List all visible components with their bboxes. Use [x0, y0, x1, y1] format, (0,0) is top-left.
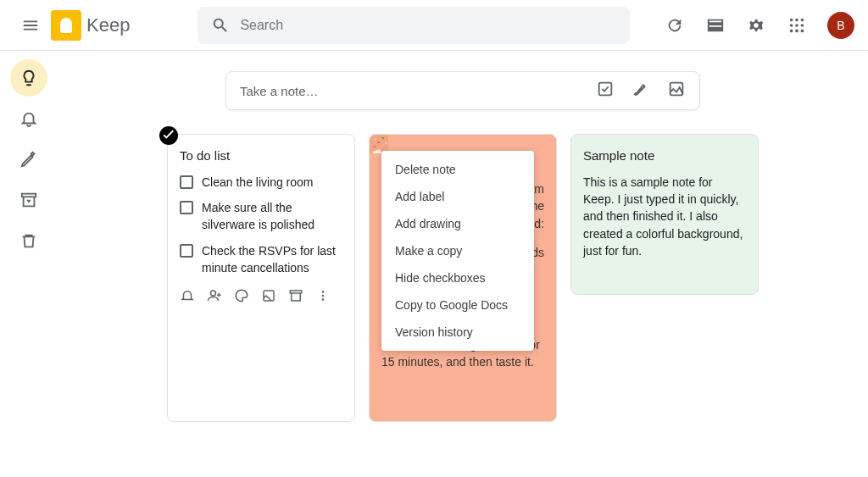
checkbox[interactable]: [180, 244, 193, 258]
svg-point-3: [790, 24, 793, 27]
collaborator-icon[interactable]: [207, 288, 222, 303]
refresh-button[interactable]: [658, 8, 692, 42]
take-note-actions: [596, 80, 686, 102]
svg-point-5: [801, 24, 804, 27]
checklist-text: Make sure all the silverware is polished: [202, 199, 342, 234]
main-menu-button[interactable]: [14, 8, 47, 42]
svg-point-22: [381, 137, 382, 138]
new-list-button[interactable]: [596, 80, 615, 102]
svg-point-7: [795, 29, 798, 32]
svg-point-15: [322, 291, 325, 293]
note-context-menu: Delete note Add label Add drawing Make a…: [381, 151, 534, 351]
note-sample[interactable]: Sample note This is a sample note for Ke…: [570, 134, 759, 295]
menu-item-hide-checkboxes[interactable]: Hide checkboxes: [381, 264, 534, 291]
note-todo[interactable]: To do list Clean the living room Make su…: [167, 134, 355, 422]
refresh-icon: [665, 16, 684, 35]
search-input[interactable]: [240, 18, 616, 33]
apps-grid-icon: [787, 16, 806, 35]
bell-icon: [19, 109, 38, 128]
remind-me-icon[interactable]: [180, 288, 195, 303]
menu-item-delete-note[interactable]: Delete note: [381, 156, 534, 183]
svg-point-24: [373, 146, 376, 147]
image-icon: [667, 80, 686, 98]
list-view-icon: [706, 16, 725, 35]
menu-item-make-copy[interactable]: Make a copy: [381, 237, 534, 264]
menu-item-copy-to-docs[interactable]: Copy to Google Docs: [381, 291, 534, 319]
svg-rect-13: [264, 291, 274, 301]
hamburger-icon: [21, 16, 40, 35]
svg-point-0: [790, 18, 793, 21]
search-box[interactable]: [198, 7, 630, 44]
app-body: Take a note… To do list: [0, 51, 868, 477]
take-note-bar[interactable]: Take a note…: [225, 71, 700, 110]
note-title: Sample note: [583, 147, 746, 165]
account-avatar[interactable]: B: [827, 12, 854, 39]
add-image-icon[interactable]: [261, 288, 276, 303]
checklist-item[interactable]: Make sure all the silverware is polished: [180, 199, 342, 234]
note-toolbar: [180, 288, 342, 303]
sidebar-item-trash[interactable]: [10, 222, 47, 259]
svg-point-2: [801, 18, 804, 21]
archive-icon: [19, 191, 38, 209]
checkbox[interactable]: [180, 175, 193, 189]
svg-point-1: [795, 18, 798, 21]
settings-button[interactable]: [739, 8, 773, 42]
pencil-icon: [19, 150, 38, 169]
checkbox[interactable]: [180, 201, 193, 214]
checklist-text: Clean the living room: [202, 174, 314, 191]
header-actions: B: [658, 8, 854, 42]
gear-icon: [747, 16, 765, 35]
menu-item-version-history[interactable]: Version history: [381, 319, 534, 346]
svg-rect-9: [22, 194, 36, 197]
svg-rect-14: [290, 291, 302, 293]
sidebar: [0, 51, 58, 477]
svg-point-8: [801, 29, 804, 32]
menu-item-add-drawing[interactable]: Add drawing: [381, 210, 534, 237]
sidebar-item-reminders[interactable]: [10, 100, 47, 137]
svg-point-4: [795, 24, 798, 27]
svg-point-6: [790, 29, 793, 32]
sidebar-item-edit-labels[interactable]: [10, 141, 47, 178]
main-content: Take a note… To do list: [58, 51, 868, 477]
archive-note-icon[interactable]: [288, 288, 303, 303]
note-selected-badge[interactable]: [159, 126, 178, 145]
sidebar-item-archive[interactable]: [10, 181, 47, 219]
take-note-placeholder: Take a note…: [240, 84, 596, 98]
checklist-text: Check the RSVPs for last minute cancella…: [202, 242, 342, 277]
checklist-item[interactable]: Clean the living room: [180, 174, 342, 191]
search-icon: [211, 16, 230, 35]
app-header: Keep B: [0, 0, 868, 51]
app-name: Keep: [86, 14, 130, 36]
menu-item-add-label[interactable]: Add label: [381, 183, 534, 210]
svg-point-23: [377, 141, 381, 143]
trash-icon: [19, 231, 38, 250]
svg-rect-10: [599, 83, 612, 96]
svg-point-17: [322, 298, 325, 301]
checklist-item[interactable]: Check the RSVPs for last minute cancella…: [180, 242, 342, 277]
svg-point-12: [211, 291, 216, 296]
app-logo[interactable]: Keep: [51, 10, 130, 41]
lightbulb-icon: [19, 69, 38, 87]
checkbox-icon: [596, 80, 615, 98]
palette-icon[interactable]: [234, 288, 249, 303]
note-body: This is a sample note for Keep. I just t…: [583, 174, 746, 259]
list-view-button[interactable]: [698, 8, 732, 42]
brush-icon: [632, 80, 650, 98]
note-title: To do list: [180, 147, 342, 165]
apps-button[interactable]: [780, 8, 814, 42]
more-icon[interactable]: [315, 288, 331, 303]
keep-logo-icon: [51, 10, 81, 41]
new-drawing-button[interactable]: [632, 80, 650, 102]
sidebar-item-notes[interactable]: [10, 59, 47, 97]
new-image-note-button[interactable]: [667, 80, 686, 102]
check-icon: [159, 126, 178, 145]
svg-point-16: [322, 295, 325, 297]
